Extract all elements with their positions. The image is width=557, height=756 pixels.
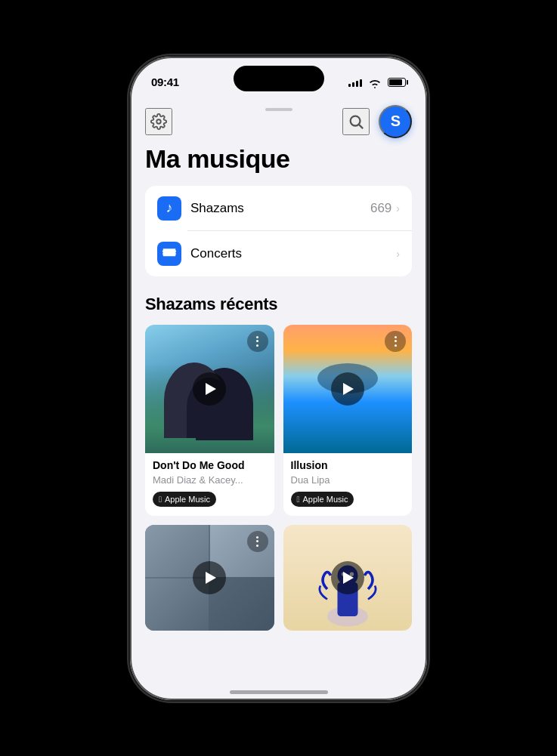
- settings-button[interactable]: [145, 108, 172, 135]
- more-dots-icon: [256, 336, 258, 347]
- home-indicator: [230, 690, 328, 694]
- gear-icon: [150, 113, 167, 130]
- scroll-handle: [265, 108, 292, 111]
- page-title: Ma musique: [145, 144, 412, 174]
- wifi-icon: [367, 74, 383, 91]
- card-1-info: Don't Do Me Good Madi Diaz & Kacey...  …: [145, 453, 274, 516]
- svg-point-2: [351, 116, 361, 125]
- concerts-chevron-icon: ›: [396, 248, 400, 260]
- signal-bars-icon: [348, 78, 362, 87]
- play-icon-4: [343, 572, 354, 584]
- apple-music-logo-icon: : [159, 495, 162, 504]
- card-2-artist: Dua Lipa: [291, 474, 405, 486]
- shazam-card-4: [283, 525, 413, 631]
- note-icon: ♪: [166, 200, 173, 216]
- play-icon-3: [206, 572, 216, 584]
- ticket-icon: [162, 246, 177, 261]
- card-2-image: [283, 325, 413, 454]
- card-1-title: Don't Do Me Good: [153, 459, 267, 473]
- menu-item-shazams[interactable]: ♪ Shazams 669 ›: [145, 186, 412, 231]
- status-icons: [348, 74, 406, 91]
- shazams-count: 669: [370, 201, 391, 216]
- card-1-apple-music-badge[interactable]:  Apple Music: [153, 492, 216, 507]
- shazam-identify-button[interactable]: S: [379, 105, 412, 138]
- card-4-image: [283, 525, 413, 631]
- shazams-grid: Don't Do Me Good Madi Diaz & Kacey...  …: [145, 325, 412, 631]
- card-2-apple-music-badge[interactable]:  Apple Music: [291, 492, 354, 507]
- search-button[interactable]: [342, 108, 370, 135]
- dynamic-island: [234, 66, 324, 91]
- more-dots-icon-3: [256, 536, 258, 547]
- card-2-more-button[interactable]: [385, 331, 406, 352]
- shazam-card-1: Don't Do Me Good Madi Diaz & Kacey...  …: [145, 325, 274, 516]
- apple-music-label-2: Apple Music: [303, 495, 348, 504]
- shazams-label: Shazams: [190, 201, 370, 216]
- card-3-image: [145, 525, 274, 631]
- phone-frame: 09:41: [130, 57, 427, 700]
- shazam-card-3: [145, 525, 274, 631]
- shazams-icon-container: ♪: [157, 196, 181, 221]
- menu-list: ♪ Shazams 669 › Concerts ›: [145, 186, 412, 276]
- play-icon-2: [343, 383, 354, 395]
- card-1-image: [145, 325, 274, 454]
- apple-music-label: Apple Music: [165, 495, 210, 504]
- recent-section-title: Shazams récents: [145, 295, 412, 314]
- card-3-more-button[interactable]: [247, 531, 268, 552]
- shazam-card-2: Illusion Dua Lipa  Apple Music: [283, 325, 413, 516]
- card-1-play-button[interactable]: [193, 372, 226, 406]
- header-right-buttons: S: [342, 105, 412, 138]
- card-2-title: Illusion: [291, 459, 405, 473]
- svg-line-3: [359, 125, 363, 128]
- shazam-logo-icon: S: [391, 113, 400, 130]
- card-4-play-button[interactable]: [331, 561, 364, 594]
- shazams-chevron-icon: ›: [396, 202, 400, 214]
- card-1-more-button[interactable]: [247, 331, 268, 352]
- card-2-info: Illusion Dua Lipa  Apple Music: [283, 453, 413, 516]
- concerts-icon-container: [157, 242, 181, 266]
- main-content: S Ma musique ♪ Shazams 669 ›: [130, 97, 427, 700]
- svg-point-1: [156, 119, 161, 124]
- concerts-label: Concerts: [190, 246, 396, 261]
- play-icon: [206, 383, 216, 395]
- more-dots-icon-2: [395, 336, 397, 347]
- status-time: 09:41: [151, 76, 179, 88]
- header-buttons: S: [145, 97, 412, 144]
- battery-icon: [388, 78, 406, 87]
- search-icon: [348, 113, 364, 130]
- menu-item-concerts[interactable]: Concerts ›: [145, 231, 412, 276]
- card-2-play-button[interactable]: [331, 372, 364, 406]
- svg-point-0: [374, 86, 376, 88]
- card-3-play-button[interactable]: [193, 561, 226, 594]
- card-1-artist: Madi Diaz & Kacey...: [153, 474, 267, 486]
- apple-music-logo-icon-2: : [297, 495, 300, 504]
